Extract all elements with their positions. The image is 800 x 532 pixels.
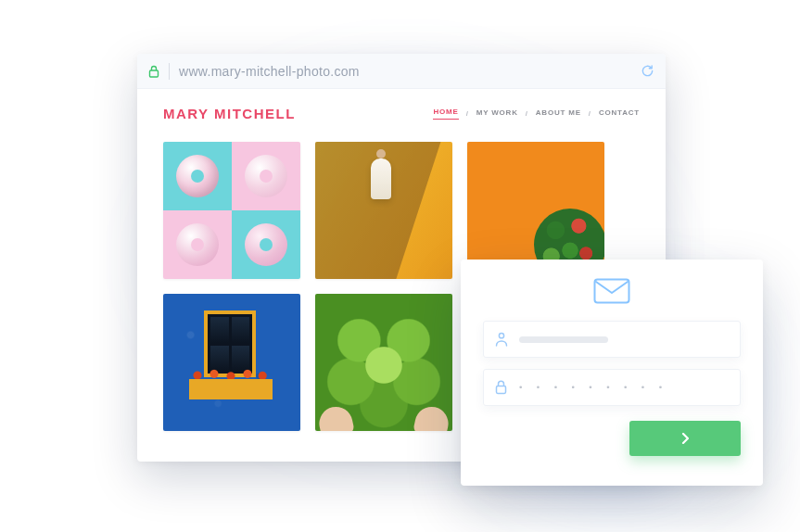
url-bar-divider bbox=[169, 63, 170, 80]
url-text[interactable]: www.mary-mitchell-photo.com bbox=[179, 64, 631, 79]
login-submit-button[interactable] bbox=[629, 421, 741, 456]
nav-about-me[interactable]: ABOUT ME bbox=[536, 108, 581, 120]
site-brand[interactable]: MARY MITCHELL bbox=[163, 106, 296, 121]
username-placeholder bbox=[519, 336, 608, 343]
password-field[interactable]: • • • • • • • • • bbox=[483, 369, 741, 406]
chevron-right-icon bbox=[681, 433, 689, 444]
user-icon bbox=[495, 332, 508, 347]
refresh-icon[interactable] bbox=[641, 64, 654, 78]
password-mask: • • • • • • • • • bbox=[518, 383, 667, 392]
gallery-tile-donuts[interactable] bbox=[163, 142, 300, 279]
mail-icon bbox=[593, 278, 630, 308]
nav-my-work[interactable]: MY WORK bbox=[476, 108, 518, 120]
gallery-tile-lettuce[interactable] bbox=[315, 294, 452, 431]
nav-home[interactable]: HOME bbox=[433, 108, 458, 120]
svg-rect-0 bbox=[150, 70, 159, 77]
svg-point-2 bbox=[499, 334, 503, 338]
site-nav: HOME / MY WORK / ABOUT ME / CONTACT bbox=[433, 108, 640, 120]
site-header: MARY MITCHELL HOME / MY WORK / ABOUT ME … bbox=[163, 106, 640, 121]
nav-separator: / bbox=[589, 109, 591, 118]
gallery-tile-blue-wall[interactable] bbox=[163, 294, 300, 431]
gallery-tile-salad[interactable] bbox=[467, 142, 604, 279]
svg-rect-3 bbox=[497, 386, 506, 394]
login-card: • • • • • • • • • bbox=[461, 260, 763, 486]
username-field[interactable] bbox=[483, 321, 741, 358]
url-bar: www.mary-mitchell-photo.com bbox=[137, 54, 666, 89]
svg-rect-1 bbox=[595, 280, 629, 303]
nav-separator: / bbox=[466, 109, 469, 118]
nav-contact[interactable]: CONTACT bbox=[599, 108, 640, 120]
lock-icon bbox=[148, 65, 159, 78]
gallery-tile-yellow-architecture[interactable] bbox=[315, 142, 452, 279]
padlock-icon bbox=[495, 380, 507, 395]
nav-separator: / bbox=[526, 109, 528, 118]
